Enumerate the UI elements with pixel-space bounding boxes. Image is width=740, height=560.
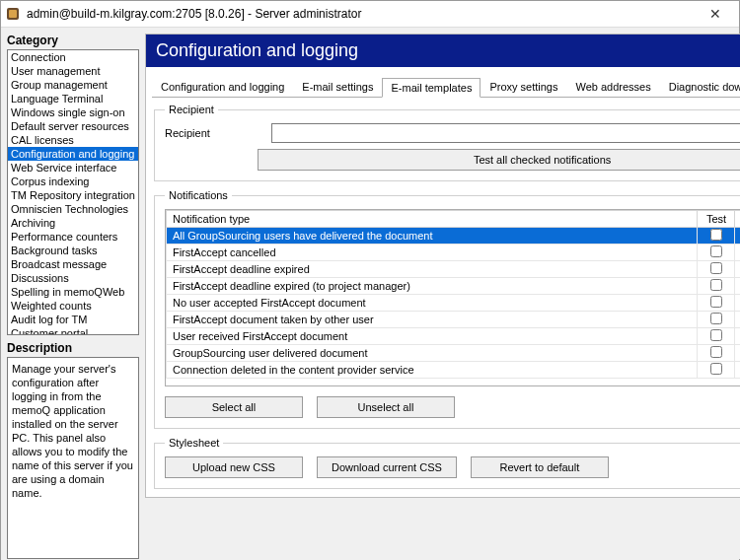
notification-test-checkbox-cell: [698, 295, 735, 312]
left-column: Category ConnectionUser managementGroup …: [7, 34, 139, 559]
notification-test-checkbox[interactable]: [710, 229, 722, 241]
table-row[interactable]: FirstAccept document taken by other user…: [166, 312, 740, 328]
window-title: admin@build-m.kilgray.com:2705 [8.0.26] …: [27, 7, 696, 21]
revert-css-button[interactable]: Revert to default: [471, 456, 609, 478]
notification-name: FirstAccept document taken by other user: [166, 312, 698, 328]
notification-test-checkbox-cell: [698, 328, 735, 345]
category-item[interactable]: CAL licenses: [8, 133, 138, 147]
recipient-label: Recipient: [165, 127, 263, 139]
col-header-type[interactable]: Notification type: [166, 211, 698, 228]
body: Category ConnectionUser managementGroup …: [1, 28, 739, 560]
col-header-edit: [735, 211, 740, 228]
bottom-bar-close: Close: [145, 531, 740, 559]
description-text: Manage your server's configuration after…: [7, 357, 139, 559]
table-row[interactable]: All GroupSourcing users have delivered t…: [166, 228, 740, 245]
notification-test-checkbox-cell: [698, 278, 735, 295]
notification-test-checkbox[interactable]: [710, 346, 722, 358]
notification-test-checkbox-cell: [698, 312, 735, 328]
recipient-input[interactable]: [271, 123, 740, 143]
category-item[interactable]: Corpus indexing: [8, 175, 138, 188]
category-item[interactable]: Audit log for TM: [8, 313, 138, 326]
window: admin@build-m.kilgray.com:2705 [8.0.26] …: [0, 0, 740, 560]
stylesheet-group: Stylesheet Upload new CSS Download curre…: [154, 437, 740, 489]
category-item[interactable]: Configuration and logging: [8, 147, 138, 161]
notifications-table-wrap: Notification type Test All GroupSourcing…: [165, 209, 740, 386]
notification-test-checkbox[interactable]: [710, 329, 722, 341]
tab-web-addresses[interactable]: Web addresses: [566, 77, 659, 97]
notification-name: User received FirstAccept document: [166, 328, 698, 345]
notifications-group: Notifications Notification type Test: [154, 189, 740, 429]
category-item[interactable]: Broadcast message: [8, 257, 138, 271]
category-item[interactable]: Discussions: [8, 271, 138, 285]
notification-test-checkbox[interactable]: [710, 245, 722, 257]
tab-configuration-and-logging[interactable]: Configuration and logging: [152, 77, 293, 97]
category-item[interactable]: Omniscien Technologies: [8, 202, 138, 216]
category-item[interactable]: Weighted counts: [8, 299, 138, 313]
notification-name: FirstAccept cancelled: [166, 245, 698, 261]
category-item[interactable]: Spelling in memoQWeb: [8, 285, 138, 299]
app-icon: [5, 6, 21, 22]
table-row[interactable]: GroupSourcing user delivered documentEdi…: [166, 345, 740, 362]
titlebar: admin@build-m.kilgray.com:2705 [8.0.26] …: [1, 1, 739, 28]
notification-name: GroupSourcing user delivered document: [166, 345, 698, 362]
category-group: Category ConnectionUser managementGroup …: [7, 34, 139, 335]
notification-name: Connection deleted in the content provid…: [166, 362, 698, 379]
table-row[interactable]: Connection deleted in the content provid…: [166, 362, 740, 379]
notification-name: FirstAccept deadline expired: [166, 261, 698, 278]
tabs-wrap: Configuration and loggingE-mail settings…: [152, 77, 740, 98]
unselect-all-button[interactable]: Unselect all: [317, 396, 455, 418]
notification-name: All GroupSourcing users have delivered t…: [166, 228, 698, 245]
notification-test-checkbox-cell: [698, 228, 735, 245]
right-inner: Configuration and logging Configuration …: [145, 34, 740, 498]
close-icon[interactable]: ✕: [696, 1, 735, 27]
category-item[interactable]: TM Repository integration: [8, 188, 138, 202]
bottom-bar-save: Save: [145, 498, 740, 531]
notification-test-checkbox[interactable]: [710, 262, 722, 274]
category-item[interactable]: Language Terminal: [8, 92, 138, 105]
category-label: Category: [7, 34, 139, 47]
notification-test-checkbox[interactable]: [710, 363, 722, 375]
col-header-test[interactable]: Test: [698, 211, 735, 228]
select-all-button[interactable]: Select all: [165, 396, 303, 418]
test-all-button[interactable]: Test all checked notifications: [258, 149, 740, 171]
description-group: Description Manage your server's configu…: [7, 341, 139, 559]
category-item[interactable]: Group management: [8, 78, 138, 92]
table-row[interactable]: FirstAccept cancelledEditTest: [166, 245, 740, 261]
category-list[interactable]: ConnectionUser managementGroup managemen…: [7, 49, 139, 335]
recipient-group: Recipient Recipient Test all checked not…: [154, 104, 740, 181]
tab-body: Recipient Recipient Test all checked not…: [146, 98, 740, 497]
category-item[interactable]: Connection: [8, 50, 138, 64]
tab-diagnostic-downloads[interactable]: Diagnostic downloads: [660, 77, 740, 97]
notifications-legend: Notifications: [165, 189, 232, 201]
notification-test-checkbox[interactable]: [710, 296, 722, 308]
download-css-button[interactable]: Download current CSS: [317, 456, 457, 478]
notifications-table: Notification type Test All GroupSourcing…: [166, 210, 740, 379]
category-item[interactable]: Background tasks: [8, 244, 138, 257]
category-item[interactable]: User management: [8, 64, 138, 78]
category-item[interactable]: Default server resources: [8, 119, 138, 133]
notification-name: No user accepted FirstAccept document: [166, 295, 698, 312]
table-row[interactable]: FirstAccept deadline expired (to project…: [166, 278, 740, 295]
notification-test-checkbox[interactable]: [710, 279, 722, 291]
category-item[interactable]: Windows single sign-on: [8, 105, 138, 119]
tabs: Configuration and loggingE-mail settings…: [152, 77, 740, 98]
category-item[interactable]: Web Service interface: [8, 161, 138, 175]
tab-proxy-settings[interactable]: Proxy settings: [481, 77, 566, 97]
tab-e-mail-templates[interactable]: E-mail templates: [382, 78, 481, 98]
table-row[interactable]: No user accepted FirstAccept documentEdi…: [166, 295, 740, 312]
table-row[interactable]: User received FirstAccept documentEditTe…: [166, 328, 740, 345]
right-column: Configuration and logging Configuration …: [145, 34, 740, 559]
category-item[interactable]: Performance counters: [8, 230, 138, 244]
notification-test-checkbox-cell: [698, 245, 735, 261]
notification-test-checkbox-cell: [698, 261, 735, 278]
notification-test-checkbox-cell: [698, 345, 735, 362]
category-item[interactable]: Customer portal: [8, 326, 138, 335]
notification-test-checkbox-cell: [698, 362, 735, 379]
category-item[interactable]: Archiving: [8, 216, 138, 230]
svg-rect-1: [9, 10, 17, 18]
notification-test-checkbox[interactable]: [710, 313, 722, 324]
upload-css-button[interactable]: Upload new CSS: [165, 456, 303, 478]
tab-e-mail-settings[interactable]: E-mail settings: [293, 77, 382, 97]
table-row[interactable]: FirstAccept deadline expiredEditTest: [166, 261, 740, 278]
recipient-legend: Recipient: [165, 104, 218, 115]
